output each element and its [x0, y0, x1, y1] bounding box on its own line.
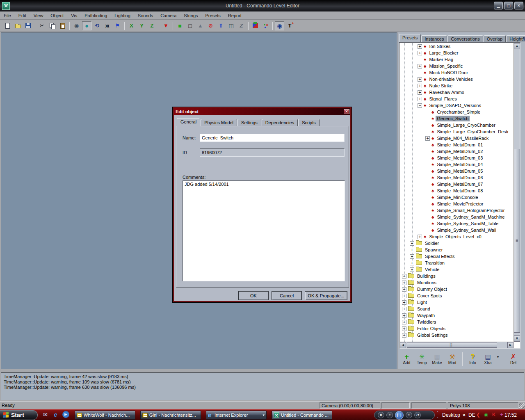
expand-plus-icon[interactable]: +: [418, 77, 422, 82]
tray-red-blue-app-icon[interactable]: ✦: [498, 411, 505, 418]
maximize-button[interactable]: ▢: [504, 2, 513, 9]
temp-button[interactable]: ✳Temp: [414, 351, 429, 368]
vis-camera-button[interactable]: ◫: [226, 21, 236, 30]
expand-plus-icon[interactable]: +: [418, 64, 422, 68]
tree-item-ion-strikes[interactable]: +♠Ion Strikes: [399, 43, 514, 50]
expand-plus-icon[interactable]: +: [402, 333, 406, 338]
expand-plus-icon[interactable]: +: [418, 235, 422, 239]
tree-item-simple-movieprojector[interactable]: ♠Simple_MovieProjector: [399, 201, 514, 207]
tree-item-simple-large-cryochamber[interactable]: ♠Simple_Large_CryoChamber: [399, 122, 514, 128]
tree-item-simple-small-hologramprojector[interactable]: ♠Simple_Small_HologramProjector: [399, 207, 514, 214]
expand-plus-icon[interactable]: +: [402, 287, 406, 292]
xtra-button[interactable]: ▤Xtra: [480, 351, 495, 368]
tree-item-simple-metaldrum-04[interactable]: ♠Simple_MetalDrum_04: [399, 161, 514, 168]
desktop-toolbar-label[interactable]: Desktop: [442, 412, 460, 418]
collapse-minus-icon[interactable]: −: [418, 103, 422, 108]
log-output[interactable]: TimeManager::Update: warning, frame 42 w…: [1, 372, 524, 400]
tree-item-special-effects[interactable]: +Special Effects: [399, 253, 514, 260]
tree-item-simple-sydney-sandm-table[interactable]: ♠Simple_Sydney_SandM_Table: [399, 220, 514, 227]
tree-item-vehicle[interactable]: +Vehicle: [399, 266, 514, 273]
expand-plus-icon[interactable]: +: [402, 326, 406, 331]
tray-kaspersky-icon[interactable]: K: [491, 411, 497, 418]
expand-plus-icon[interactable]: +: [402, 274, 406, 278]
tab-presets[interactable]: Presets: [399, 34, 421, 42]
tree-horizontal-scrollbar[interactable]: ◄ ►: [400, 342, 514, 348]
media-next-icon[interactable]: »: [406, 412, 412, 418]
media-stop-icon[interactable]: ■: [378, 412, 384, 418]
taskbar-button-untitled-commando[interactable]: ⚒Untitled - Commando ...: [272, 411, 332, 420]
menu-presets[interactable]: Presets: [202, 12, 224, 19]
expand-plus-icon[interactable]: +: [402, 307, 406, 311]
expand-plus-icon[interactable]: +: [402, 320, 406, 324]
vertical-scroll-thumb[interactable]: [514, 149, 520, 333]
tray-chevron-icon[interactable]: ❮: [475, 411, 482, 418]
toolbar-chevron-icon[interactable]: »: [463, 412, 466, 418]
scroll-right-icon[interactable]: ►: [507, 342, 514, 348]
tree-item-editor-objects[interactable]: +Editor Objects: [399, 325, 514, 332]
taskbar-button-gini-nachrichtensitz[interactable]: Gini - Nachrichtensitz...: [140, 411, 201, 420]
expand-plus-icon[interactable]: +: [402, 313, 406, 318]
expand-plus-icon[interactable]: +: [418, 90, 422, 95]
tab-conversations[interactable]: Conversations: [447, 35, 483, 42]
media-volume-icon[interactable]: ♪▾: [414, 412, 421, 418]
tree-item-nuke-strike[interactable]: +♠Nuke Strike: [399, 82, 514, 89]
tree-item-simple-m04-missilerack[interactable]: +♠Simple_M04_MissileRack: [399, 135, 514, 142]
dialog-tab-general[interactable]: General: [177, 118, 200, 126]
expand-plus-icon[interactable]: +: [418, 84, 422, 88]
scroll-left-icon[interactable]: ◄: [400, 342, 406, 348]
expand-plus-icon[interactable]: +: [410, 241, 414, 246]
copy-button[interactable]: [48, 21, 57, 30]
close-button[interactable]: ✕: [514, 2, 523, 9]
mod-button[interactable]: ⚒Mod: [445, 351, 460, 368]
add-button[interactable]: +Add: [399, 351, 414, 368]
scroll-up-icon[interactable]: ▲: [514, 43, 520, 49]
camera-mode-button[interactable]: ◉: [72, 21, 81, 30]
expand-plus-icon[interactable]: +: [418, 97, 422, 101]
drop-to-ground-button[interactable]: ▼: [161, 21, 171, 30]
save-button[interactable]: [23, 21, 33, 30]
horizontal-scroll-thumb[interactable]: [407, 342, 497, 348]
tree-item-simple-dsapo-versions[interactable]: −♠Simple_DSAPO_Versions: [399, 102, 514, 109]
tree-item-simple-large-cryochamber-destr[interactable]: ♠Simple_Large_CryoChamber_Destr: [399, 128, 514, 135]
cancel-button[interactable]: Cancel: [272, 291, 302, 300]
expand-plus-icon[interactable]: +: [425, 136, 430, 141]
tree-item-simple-metaldrum-07[interactable]: ♠Simple_MetalDrum_07: [399, 181, 514, 187]
text-tool-button[interactable]: T: [285, 21, 294, 30]
dialog-close-icon[interactable]: ✕: [344, 109, 349, 114]
vis-generate-button[interactable]: ⇧: [216, 21, 226, 30]
dialog-titlebar[interactable]: Edit object ✕: [174, 108, 350, 115]
menu-pathfinding[interactable]: Pathfinding: [81, 12, 111, 19]
expand-plus-icon[interactable]: +: [418, 44, 422, 49]
color-points-button[interactable]: [261, 21, 270, 30]
del-button[interactable]: ✗Del: [506, 351, 521, 368]
ok-propagate-button[interactable]: OK & Propagate...: [305, 291, 347, 300]
dialog-tab-physics-model[interactable]: Physics Model: [201, 119, 237, 126]
tree-item-transition[interactable]: +Transition: [399, 260, 514, 266]
menu-view[interactable]: View: [30, 12, 47, 19]
solid-view-button[interactable]: ■: [175, 21, 185, 30]
tree-item-simple-metaldrum-05[interactable]: ♠Simple_MetalDrum_05: [399, 168, 514, 174]
tree-item-simple-metaldrum-06[interactable]: ♠Simple_MetalDrum_06: [399, 174, 514, 181]
tree-item-mock-honod-door[interactable]: ♠Mock HoNOD Door: [399, 69, 514, 76]
object-mode-button[interactable]: ●: [82, 21, 91, 30]
expand-plus-icon[interactable]: +: [418, 51, 422, 55]
paste-button[interactable]: [58, 21, 67, 30]
taskbar-button-whitewolf-nachrich[interactable]: WhiteWolf - Nachrich...: [75, 411, 135, 420]
ok-button[interactable]: OK: [238, 291, 269, 300]
tree-item-buildings[interactable]: +Buildings: [399, 273, 514, 279]
menu-sounds[interactable]: Sounds: [134, 12, 157, 19]
taskbar-button-internet-explorer[interactable]: eInternet Explorer▾: [206, 411, 267, 420]
expand-plus-icon[interactable]: +: [410, 267, 414, 272]
media-pause-icon[interactable]: ❙❙: [395, 411, 404, 420]
tree-item-simple-objects-level-x0[interactable]: +♠Simple_Objects_Level_x0: [399, 233, 514, 240]
menu-strings[interactable]: Strings: [180, 12, 201, 19]
tab-heightfield[interactable]: Heightfield: [506, 35, 525, 42]
tree-item-soldier[interactable]: +Soldier: [399, 240, 514, 247]
screenshot-flag-button[interactable]: ⚑: [113, 21, 122, 30]
cut-button[interactable]: ✂: [37, 21, 47, 30]
tree-item-mission-specific[interactable]: +♠Mission_Specific: [399, 63, 514, 69]
tree-item-raveshaw-ammo[interactable]: +♠Raveshaw Ammo: [399, 89, 514, 96]
rotate-mode-button[interactable]: ⟲: [92, 21, 102, 30]
tree-item-large-blocker[interactable]: +♠Large_Blocker: [399, 50, 514, 56]
tree-item-simple-metaldrum-08[interactable]: ♠Simple_MetalDrum_08: [399, 187, 514, 194]
